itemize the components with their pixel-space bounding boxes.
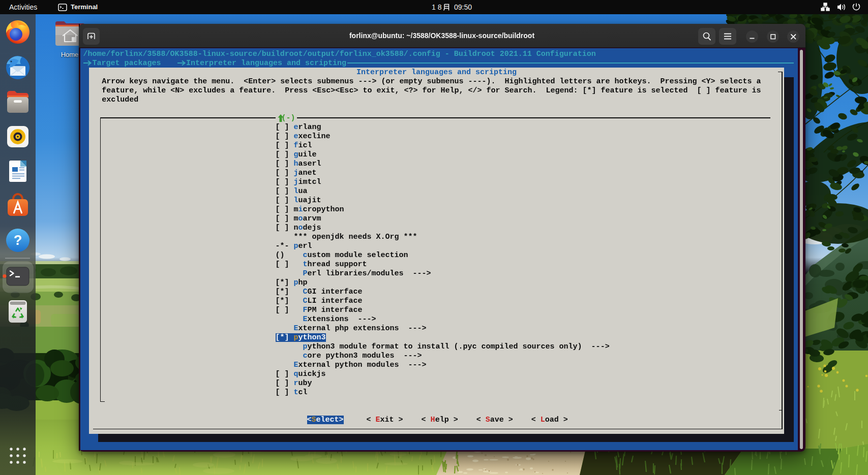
svg-text:Home: Home — [61, 51, 79, 58]
svg-text:?: ? — [14, 233, 22, 248]
